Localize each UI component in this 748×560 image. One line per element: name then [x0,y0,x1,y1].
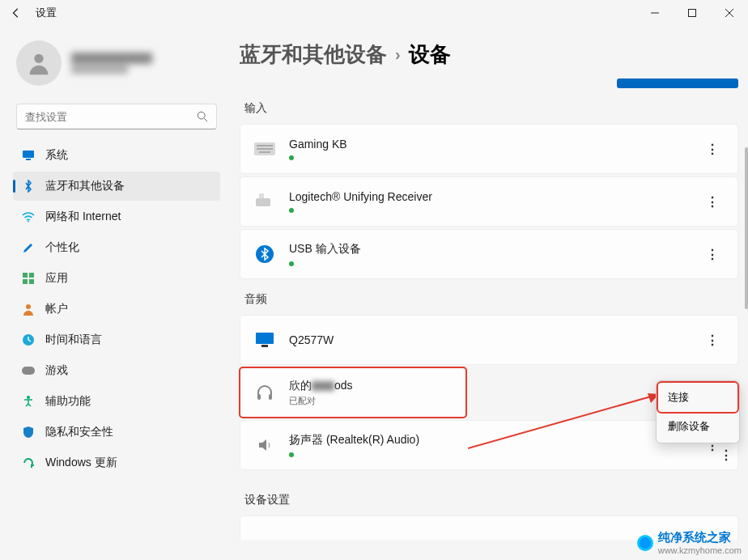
search-input[interactable] [25,111,197,123]
svg-rect-10 [23,273,28,278]
gamepad-icon [21,363,36,378]
nav-label: 游戏 [45,363,68,378]
nav-accounts[interactable]: 帐户 [13,295,220,324]
nav-label: 系统 [45,148,68,163]
monitor-icon [21,148,36,163]
svg-rect-23 [259,193,264,198]
svg-rect-13 [29,279,34,284]
nav-list: 系统 蓝牙和其他设备 网络和 Internet 个性化 应用 帐户 时间和语言 … [13,141,220,477]
search-icon [197,111,208,122]
keyboard-icon [253,138,276,160]
maximize-button[interactable] [674,0,711,26]
more-button[interactable]: ⋮ [700,137,725,161]
display-icon [253,329,276,351]
device-name: 欣的ods [289,379,353,393]
status-dot-icon [289,261,294,266]
svg-rect-27 [257,394,261,400]
svg-point-14 [26,304,31,309]
svg-point-9 [28,221,29,223]
close-icon [725,9,733,17]
svg-rect-20 [257,148,273,150]
minimize-icon [651,9,659,17]
device-row[interactable]: Q2577W ⋮ [240,315,738,365]
accessibility-icon [21,394,36,409]
nav-label: 个性化 [45,240,79,255]
device-row[interactable]: USB 输入设备 ⋮ [240,229,738,279]
status-dot-icon [289,155,294,160]
window-title: 设置 [36,6,57,20]
watermark-brand: 纯净系统之家 [658,530,742,545]
nav-network[interactable]: 网络和 Internet [13,202,220,231]
watermark: 纯净系统之家 www.kzmyhome.com [637,530,742,555]
context-connect[interactable]: 连接 [658,383,737,412]
nav-bluetooth[interactable]: 蓝牙和其他设备 [13,172,220,201]
user-name-blurred [71,53,152,74]
svg-rect-8 [26,159,31,160]
search-box[interactable] [16,104,217,129]
person-icon [25,49,53,77]
maximize-icon [688,9,696,17]
svg-rect-26 [261,345,268,347]
svg-rect-21 [259,151,270,153]
watermark-url: www.kzmyhome.com [658,545,742,555]
wifi-icon [21,210,36,224]
arrow-left-icon [11,7,22,19]
svg-rect-16 [22,367,35,375]
device-name: Logitech® Unifying Receiver [289,190,432,203]
device-status: 已配对 [289,395,353,407]
device-row[interactable]: Gaming KB ⋮ [240,124,738,174]
device-name: 扬声器 (Realtek(R) Audio) [289,433,419,448]
svg-point-17 [27,396,30,399]
update-icon [21,456,36,470]
svg-rect-12 [23,279,28,284]
nav-label: 帐户 [45,302,68,316]
svg-rect-19 [257,145,273,146]
more-button[interactable]: ⋮ [700,328,725,352]
receiver-icon [253,190,276,213]
bluetooth-circle-icon [253,243,276,265]
nav-label: 隐私和安全性 [45,425,113,439]
close-button[interactable] [711,0,748,26]
nav-privacy[interactable]: 隐私和安全性 [13,418,220,447]
nav-label: 蓝牙和其他设备 [45,179,125,193]
more-button[interactable]: ⋮ [700,242,725,266]
headphones-icon [253,381,276,404]
section-audio-label: 音频 [244,292,748,307]
more-button[interactable]: ⋮ [700,189,725,214]
main-panel: 蓝牙和其他设备 › 设备 输入 Gaming KB ⋮ Logitech® Un… [227,26,748,560]
nav-time-language[interactable]: 时间和语言 [13,325,220,354]
clock-icon [21,333,36,347]
status-dot-icon [289,208,294,213]
minimize-button[interactable] [636,0,674,26]
back-button[interactable] [6,3,26,23]
nav-windows-update[interactable]: Windows 更新 [13,448,220,477]
device-row-highlighted[interactable]: 欣的ods已配对 [240,367,466,418]
nav-system[interactable]: 系统 [13,141,220,170]
nav-accessibility[interactable]: 辅助功能 [13,387,220,416]
breadcrumb-parent[interactable]: 蓝牙和其他设备 [240,40,387,69]
nav-label: Windows 更新 [45,456,117,470]
device-context-menu: 连接 删除设备 [656,380,740,443]
chevron-right-icon: › [395,45,401,64]
nav-gaming[interactable]: 游戏 [13,356,220,385]
scrollbar[interactable] [745,147,748,309]
speaker-icon [253,434,276,456]
svg-line-6 [204,118,207,121]
device-row[interactable]: Logitech® Unifying Receiver ⋮ [240,176,738,227]
shield-icon [21,425,36,439]
more-button[interactable]: ⋮ [714,443,738,467]
apps-icon [21,271,36,286]
device-name: Q2577W [289,333,334,346]
nav-label: 辅助功能 [45,394,91,409]
nav-personalization[interactable]: 个性化 [13,233,220,262]
svg-point-5 [198,112,205,119]
watermark-logo-icon [637,535,653,551]
nav-apps[interactable]: 应用 [13,264,220,293]
svg-rect-25 [256,333,274,344]
nav-label: 应用 [45,271,68,286]
context-remove[interactable]: 删除设备 [658,412,737,441]
add-device-button-cropped[interactable] [617,78,738,88]
device-name: USB 输入设备 [289,242,361,257]
svg-rect-7 [23,151,34,158]
user-profile[interactable] [13,36,220,100]
